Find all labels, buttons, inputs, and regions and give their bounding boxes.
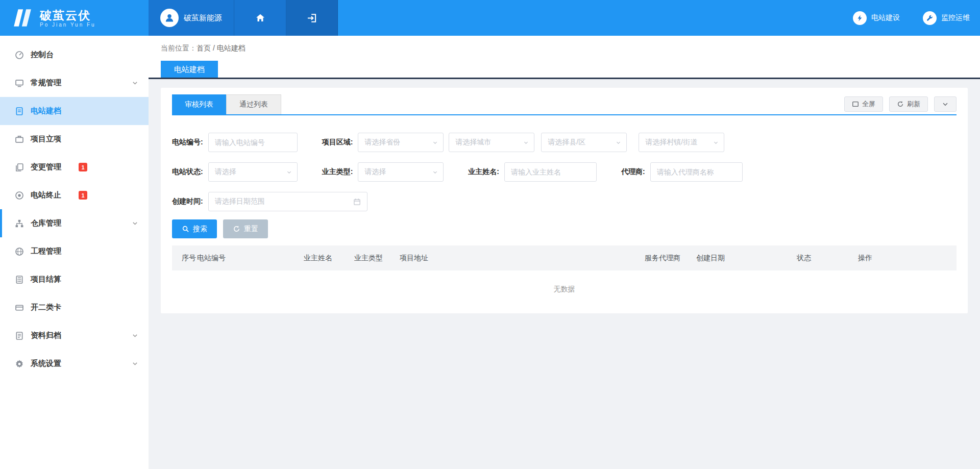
sidebar-item-label: 工程管理: [31, 246, 61, 256]
home-button[interactable]: [234, 0, 286, 36]
company-name: 破茧新能源: [184, 13, 222, 23]
owner-type-select[interactable]: 请选择: [358, 162, 444, 182]
header-strip: 破茧新能源: [149, 0, 338, 36]
user-menu[interactable]: 破茧新能源: [149, 0, 234, 36]
province-select[interactable]: 请选择省份: [358, 133, 444, 152]
sidebar-item-station-filing[interactable]: 电站建档: [0, 97, 149, 125]
sidebar-item-change-management[interactable]: 变更管理 1: [0, 153, 149, 181]
sidebar-item-data-archive[interactable]: 资料归档: [0, 322, 149, 350]
table-header-row: 序号电站编号业主姓名业主类型项目地址服务代理商创建日期状态操作: [172, 245, 957, 270]
card-icon: [15, 303, 24, 312]
reset-icon: [233, 225, 240, 233]
sidebar-item-station-termination[interactable]: 电站终止 1: [0, 181, 149, 209]
refresh-button[interactable]: 刷新: [889, 96, 928, 112]
table-column: 业主类型: [354, 254, 400, 263]
wrench-icon: [923, 11, 937, 25]
form-actions: 搜索 重置: [172, 219, 957, 238]
station-status-select[interactable]: 请选择: [208, 162, 298, 182]
brand-logo-icon: [11, 9, 34, 27]
breadcrumb-path[interactable]: 首页 / 电站建档: [197, 44, 246, 52]
sidebar-item-label: 系统设置: [31, 359, 61, 368]
sidebar-item-label: 资料归档: [31, 331, 61, 340]
sidebar-item-dashboard[interactable]: 控制台: [0, 41, 149, 69]
table-column: 状态: [797, 254, 858, 263]
sidebar-item-label: 电站建档: [31, 106, 61, 116]
avatar: [160, 9, 179, 27]
main-area: 当前位置：首页 / 电站建档 电站建档 审核列表 通过列表 全屏: [149, 36, 980, 469]
district-select[interactable]: 请选择县/区: [541, 133, 627, 152]
sidebar-item-engineering-management[interactable]: 工程管理: [0, 237, 149, 265]
sidebar-item-label: 控制台: [31, 50, 54, 60]
agent-input[interactable]: [650, 162, 743, 182]
sidebar-item-project-settlement[interactable]: 项目结算: [0, 265, 149, 293]
owner-type-label: 业主类型:: [322, 167, 353, 177]
fullscreen-button[interactable]: 全屏: [844, 96, 883, 112]
stop-icon: [15, 191, 24, 200]
chevron-down-icon: [432, 169, 438, 175]
table-column: 创建日期: [696, 254, 797, 263]
nav-station-construction[interactable]: 电站建设: [853, 11, 900, 25]
sidebar-item-warehouse-management[interactable]: 仓库管理: [0, 209, 149, 237]
globe-icon: [15, 247, 24, 256]
chevron-down-icon: [432, 140, 438, 145]
table-column: 操作: [858, 254, 957, 263]
sidebar-item-label: 仓库管理: [31, 218, 61, 228]
chevron-down-icon: [523, 140, 529, 145]
brand-logo: 破茧云伏 Po Jian Yun Fu: [0, 0, 149, 36]
search-button[interactable]: 搜索: [172, 219, 217, 238]
owner-name-input[interactable]: [504, 162, 597, 182]
sidebar-item-card-opening[interactable]: 开二类卡: [0, 293, 149, 322]
created-time-label: 创建时间:: [172, 197, 203, 206]
header-nav: 电站建设 监控运维: [853, 0, 980, 36]
user-icon: [164, 12, 175, 23]
logout-button[interactable]: [286, 0, 338, 36]
empty-state: 无数据: [172, 270, 957, 313]
briefcase-icon: [15, 135, 24, 144]
refresh-icon: [897, 101, 904, 108]
table-column: 序号: [182, 254, 197, 263]
sidebar-item-project-initiation[interactable]: 项目立项: [0, 125, 149, 153]
date-range-picker[interactable]: 请选择日期范围: [208, 192, 368, 211]
chevron-down-icon: [132, 332, 138, 339]
card-toolbar: 全屏 刷新: [844, 96, 957, 112]
gear-icon: [15, 359, 24, 368]
page-tab-station-filing[interactable]: 电站建档: [161, 61, 218, 78]
table-column: 业主姓名: [304, 254, 354, 263]
table-column: 服务代理商: [645, 254, 696, 263]
top-header: 破茧云伏 Po Jian Yun Fu 破茧新能源: [0, 0, 980, 36]
table-column: 电站编号: [197, 254, 304, 263]
sidebar-item-general-management[interactable]: 常规管理: [0, 69, 149, 97]
town-select[interactable]: 请选择村镇/街道: [639, 133, 724, 152]
city-select[interactable]: 请选择城市: [449, 133, 534, 152]
reset-button[interactable]: 重置: [223, 219, 268, 238]
tab-passed-list[interactable]: 通过列表: [226, 94, 281, 114]
monitor-icon: [15, 79, 24, 88]
tab-review-list[interactable]: 审核列表: [172, 94, 226, 114]
sidebar-item-system-settings[interactable]: 系统设置: [0, 350, 149, 378]
search-icon: [182, 225, 189, 233]
table-column: 项目地址: [400, 254, 645, 263]
nav-monitoring-ops[interactable]: 监控运维: [923, 11, 970, 25]
lightning-icon: [853, 11, 867, 25]
sidebar-item-label: 开二类卡: [31, 303, 61, 312]
chevron-down-icon: [286, 169, 292, 175]
sidebar-item-label: 项目结算: [31, 275, 61, 284]
dashboard-icon: [15, 51, 24, 60]
filter-form: 电站编号: 项目区域: 请选择省份 请选择城市: [172, 133, 957, 238]
station-no-input[interactable]: [208, 133, 298, 152]
notification-badge: 1: [79, 191, 87, 200]
sidebar-item-label: 变更管理: [31, 162, 61, 172]
collapse-button[interactable]: [934, 96, 957, 112]
station-no-label: 电站编号:: [172, 138, 203, 147]
logout-icon: [307, 13, 317, 23]
page-content: 审核列表 通过列表 全屏 刷新: [149, 79, 980, 469]
sidebar-item-label: 项目立项: [31, 134, 61, 144]
home-icon: [255, 13, 265, 23]
chevron-down-icon: [713, 140, 719, 145]
nav-label: 电站建设: [871, 13, 900, 22]
breadcrumb: 当前位置：首页 / 电站建档: [161, 44, 980, 53]
app-title: 破茧云伏: [40, 9, 96, 22]
app-subtitle: Po Jian Yun Fu: [40, 22, 96, 28]
card-tabs: 审核列表 通过列表 全屏 刷新: [172, 94, 957, 115]
agent-label: 代理商:: [621, 167, 645, 177]
